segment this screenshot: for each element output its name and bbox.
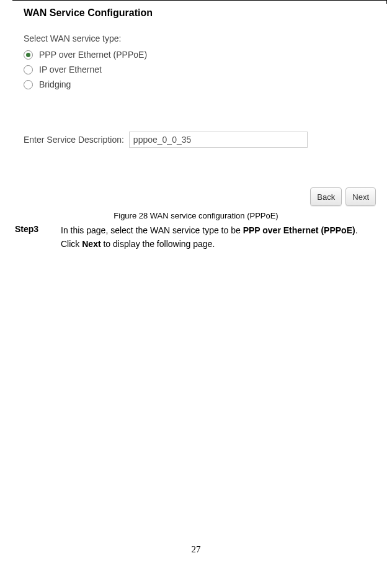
next-button[interactable]: Next bbox=[345, 187, 376, 206]
step-text-post: to display the following page. bbox=[101, 239, 215, 249]
radio-option-ipoe[interactable]: IP over Ethernet bbox=[24, 62, 380, 77]
radio-option-bridging[interactable]: Bridging bbox=[24, 77, 380, 92]
page-number: 27 bbox=[0, 544, 392, 555]
step-row: Step3 In this page, select the WAN servi… bbox=[12, 224, 380, 251]
service-description-label: Enter Service Description: bbox=[24, 135, 124, 145]
radio-icon bbox=[24, 80, 33, 89]
nav-button-row: Back Next bbox=[12, 187, 380, 206]
top-border-line bbox=[12, 0, 387, 1]
step-text-b1: PPP over Ethernet (PPPoE) bbox=[243, 225, 355, 235]
step-text-pre: In this page, select the WAN service typ… bbox=[61, 225, 243, 235]
step-text-b2: Next bbox=[82, 239, 100, 249]
config-title: WAN Service Configuration bbox=[24, 7, 380, 19]
radio-label: IP over Ethernet bbox=[39, 65, 102, 74]
service-description-input[interactable] bbox=[129, 132, 308, 148]
radio-label: PPP over Ethernet (PPPoE) bbox=[39, 50, 147, 60]
radio-label: Bridging bbox=[39, 79, 71, 89]
select-service-type-label: Select WAN service type: bbox=[24, 34, 380, 43]
right-border-stub bbox=[386, 0, 387, 4]
service-type-radio-group: PPP over Ethernet (PPPoE) IP over Ethern… bbox=[24, 47, 380, 92]
radio-option-pppoe[interactable]: PPP over Ethernet (PPPoE) bbox=[24, 47, 380, 62]
figure-caption: Figure 28 WAN service configuration (PPP… bbox=[12, 211, 380, 220]
radio-icon bbox=[24, 65, 33, 74]
step-text: In this page, select the WAN service typ… bbox=[61, 224, 373, 251]
back-button[interactable]: Back bbox=[310, 187, 342, 206]
service-description-row: Enter Service Description: bbox=[24, 132, 380, 148]
radio-icon bbox=[24, 50, 33, 60]
step-label: Step3 bbox=[15, 224, 61, 251]
